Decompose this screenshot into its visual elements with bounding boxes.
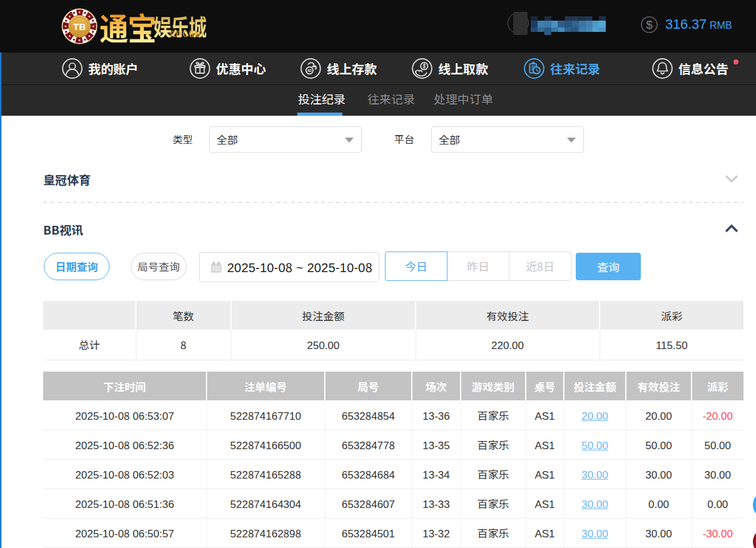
svg-text:TB: TB (73, 21, 86, 32)
